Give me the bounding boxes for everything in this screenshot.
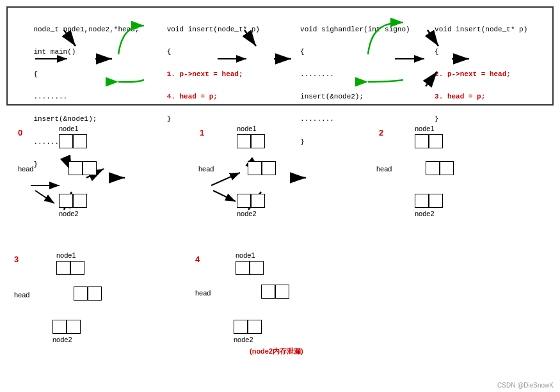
d3-label: 3 (14, 255, 19, 264)
d2-node2-box (415, 194, 443, 208)
d2-node1-label: node1 (415, 125, 435, 132)
code-box: node_t node1,node2,*head; int main() { .… (6, 6, 554, 106)
d4-node2-box (234, 320, 262, 334)
svg-line-21 (213, 191, 236, 201)
d2-center-box (426, 161, 454, 175)
d4-node2-label: node2 (234, 336, 253, 343)
d0-head-label: head (18, 165, 33, 173)
d4-head-label: head (195, 289, 211, 297)
code-col-insert2: void insert(node_t* p) { 2. p->next = he… (414, 13, 547, 99)
d0-node1-label: node1 (59, 125, 79, 132)
code-col-insert1: void insert(node_t* p) { 1. p->next = he… (146, 13, 279, 99)
d4-node1-box (236, 261, 264, 275)
d0-node1-box (59, 134, 87, 148)
d0-node2-box (59, 194, 87, 208)
d1-node1-label: node1 (237, 125, 257, 132)
d3-center-box (74, 286, 102, 301)
d3-node2-box (52, 320, 81, 334)
d1-node2-label: node2 (237, 210, 257, 217)
d3-node1-box (56, 261, 84, 275)
memory-leak-label: (node2内存泄漏) (250, 347, 303, 356)
d1-node1-box (237, 134, 265, 148)
svg-line-19 (35, 191, 54, 203)
d2-node1-box (415, 134, 443, 148)
d3-node1-label: node1 (56, 251, 76, 259)
d4-node1-label: node1 (236, 251, 255, 259)
d2-head-label: head (376, 165, 392, 173)
d1-label: 1 (200, 128, 204, 137)
d2-label: 2 (379, 128, 383, 137)
svg-line-20 (211, 173, 240, 185)
d1-center-box (248, 161, 276, 175)
d0-node2-label: node2 (59, 210, 79, 217)
d3-node2-label: node2 (52, 336, 72, 343)
d3-head-label: head (14, 291, 29, 299)
d1-node2-box (237, 194, 265, 208)
d4-center-box (261, 285, 289, 299)
d1-head-label: head (198, 165, 214, 173)
d2-node2-label: node2 (415, 210, 435, 217)
d0-label: 0 (18, 128, 22, 137)
code-col-sighandler: void sighandler(int signo) { ........ in… (280, 13, 414, 99)
code-col-main: node_t node1,node2,*head; int main() { .… (13, 13, 146, 99)
d0-center-box (68, 161, 97, 175)
watermark: CSDN @DieSnowK (497, 382, 554, 389)
d4-label: 4 (195, 255, 200, 264)
